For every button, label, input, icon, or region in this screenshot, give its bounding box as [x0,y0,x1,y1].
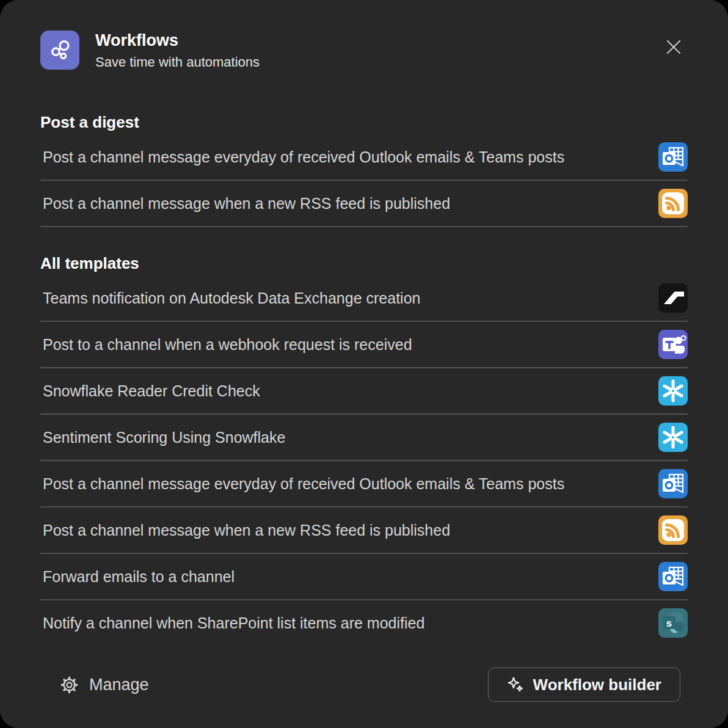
template-section: Post a digestPost a channel message ever… [40,113,688,227]
close-icon [664,38,683,56]
template-row[interactable]: Post a channel message when a new RSS fe… [40,181,688,227]
rss-icon [658,189,688,218]
sparkle-icon [507,676,524,693]
template-row[interactable]: Post a channel message everyday of recei… [40,134,688,181]
teams-icon [658,330,688,359]
outlook-icon [658,562,688,591]
workflows-dialog: Workflows Save time with automations Pos… [0,0,728,728]
workflow-builder-button[interactable]: Workflow builder [488,668,680,702]
template-row-label: Notify a channel when SharePoint list it… [40,614,652,632]
outlook-icon [658,142,688,172]
manage-button[interactable]: Manage [60,675,149,694]
template-row[interactable]: Post a channel message everyday of recei… [40,461,688,508]
template-row-label: Post a channel message everyday of recei… [40,148,652,166]
manage-label: Manage [89,675,149,694]
template-row-label: Post a channel message when a new RSS fe… [40,195,652,213]
template-row-label: Sentiment Scoring Using Snowflake [40,429,652,446]
svg-text:s: s [666,617,672,629]
dialog-titles: Workflows Save time with automations [95,31,260,70]
template-row-label: Forward emails to a channel [40,568,652,586]
snowflake-icon [658,376,688,406]
workflow-builder-label: Workflow builder [533,675,661,694]
sharepoint-icon: s [658,608,688,638]
template-row-label: Post a channel message everyday of recei… [40,475,652,493]
template-row[interactable]: Post a channel message when a new RSS fe… [40,508,688,554]
close-button[interactable] [660,33,688,61]
template-sections: Post a digestPost a channel message ever… [40,70,688,646]
section-heading: All templates [40,254,688,273]
rss-icon [658,515,688,545]
snowflake-icon [658,423,688,452]
template-row[interactable]: Forward emails to a channel [40,554,688,600]
template-row[interactable]: Teams notification on Autodesk Data Exch… [40,275,688,322]
dialog-footer: Manage Workflow builder [40,668,688,702]
template-row-label: Snowflake Reader Credit Check [40,382,652,400]
section-heading: Post a digest [40,113,688,132]
dialog-title: Workflows [95,31,260,50]
workflow-share-icon [40,31,79,70]
template-row[interactable]: Post to a channel when a webhook request… [40,322,688,368]
template-row-label: Post a channel message when a new RSS fe… [40,522,652,539]
gear-icon [60,675,79,694]
template-section: All templatesTeams notification on Autod… [40,254,688,646]
template-row[interactable]: Notify a channel when SharePoint list it… [40,600,688,646]
template-row[interactable]: Snowflake Reader Credit Check [40,368,688,415]
template-row-label: Post to a channel when a webhook request… [40,336,652,354]
template-row[interactable]: Sentiment Scoring Using Snowflake [40,415,688,461]
template-row-label: Teams notification on Autodesk Data Exch… [40,289,652,307]
autodesk-icon [658,283,688,313]
dialog-header: Workflows Save time with automations [40,31,688,70]
dialog-subtitle: Save time with automations [95,54,260,70]
outlook-icon [658,469,688,498]
